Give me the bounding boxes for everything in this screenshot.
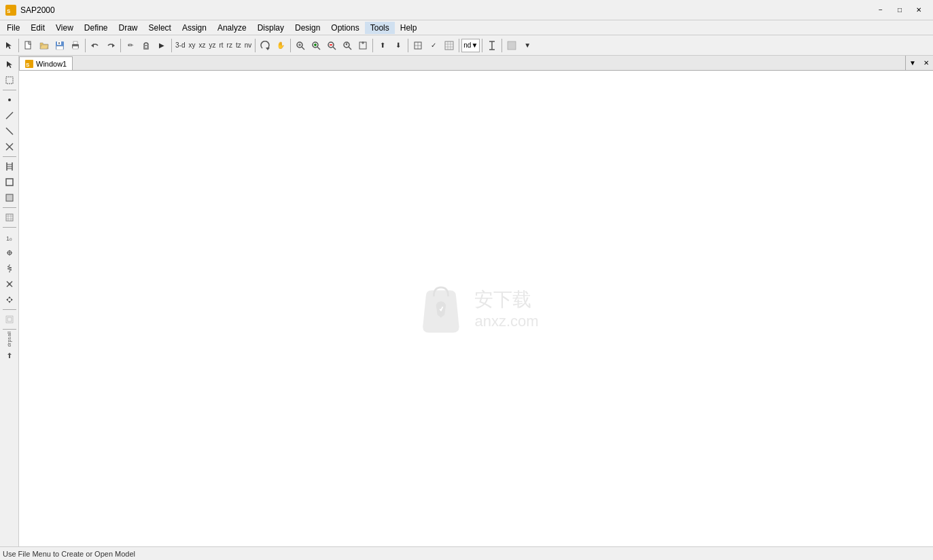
- sb-grid[interactable]: [2, 210, 17, 225]
- menu-analyze[interactable]: Analyze: [212, 22, 252, 34]
- tab-icon-window1: S: [25, 60, 33, 68]
- sb-cross[interactable]: [2, 139, 17, 154]
- svg-text:S: S: [7, 8, 11, 14]
- toolbar: ✏ ▶ 3-d xy xz yz rt rz tz nv ✋ ⬆ ⬇: [0, 35, 933, 56]
- svg-line-21: [317, 47, 320, 50]
- toolbar-ibeam[interactable]: [485, 38, 499, 53]
- toolbar-rz-label: rz: [226, 41, 234, 49]
- menu-edit[interactable]: Edit: [25, 22, 50, 34]
- sb-move[interactable]: [2, 292, 17, 307]
- menu-assign[interactable]: Assign: [177, 22, 212, 34]
- toolbar-open[interactable]: [37, 38, 52, 53]
- toolbar-rt-label: rt: [217, 41, 224, 49]
- menu-bar: File Edit View Define Draw Select Assign…: [0, 20, 933, 35]
- sb-sep-6: [3, 329, 16, 330]
- toolbar-zoom-prev[interactable]: [340, 38, 355, 53]
- svg-rect-73: [6, 316, 13, 323]
- sb-ps-label: ps: [7, 337, 12, 342]
- menu-select[interactable]: Select: [143, 22, 177, 34]
- menu-view[interactable]: View: [50, 22, 79, 34]
- tab-dropdown-btn[interactable]: ▼: [906, 56, 919, 69]
- toolbar-frame[interactable]: [410, 38, 425, 53]
- minimize-button[interactable]: −: [872, 3, 890, 17]
- sb-shell[interactable]: [2, 190, 17, 205]
- sb-arrow[interactable]: [2, 57, 17, 72]
- menu-draw[interactable]: Draw: [113, 22, 143, 34]
- sb-rect[interactable]: [2, 175, 17, 190]
- svg-point-68: [8, 283, 10, 285]
- toolbar-rotate[interactable]: [258, 38, 272, 53]
- toolbar-print[interactable]: [68, 38, 83, 53]
- tab-label-window1: Window1: [36, 60, 67, 68]
- toolbar-sep-5: [255, 39, 256, 52]
- toolbar-lock[interactable]: [139, 38, 154, 53]
- watermark-chinese: 安下载: [474, 287, 538, 313]
- sb-joint-x[interactable]: [2, 277, 17, 292]
- sb-diag-line[interactable]: [2, 124, 17, 139]
- menu-display[interactable]: Display: [252, 22, 289, 34]
- toolbar-grid[interactable]: [442, 38, 457, 53]
- sb-frame[interactable]: [2, 159, 17, 174]
- sap-icon: S: [5, 5, 16, 16]
- toolbar-redo[interactable]: [103, 38, 118, 53]
- toolbar-pencil[interactable]: ✏: [123, 38, 138, 53]
- sb-rubber-band[interactable]: [2, 73, 17, 88]
- toolbar-tz-label: tz: [234, 41, 243, 49]
- svg-marker-72: [11, 298, 13, 301]
- menu-design[interactable]: Design: [289, 22, 325, 34]
- toolbar-zoom-window[interactable]: [293, 38, 308, 53]
- toolbar-sep-9: [459, 39, 459, 52]
- toolbar-color[interactable]: [504, 38, 519, 53]
- toolbar-pan[interactable]: ✋: [273, 38, 288, 53]
- menu-define[interactable]: Define: [79, 22, 113, 34]
- svg-rect-74: [7, 317, 12, 321]
- tab-window1[interactable]: S Window1: [19, 56, 73, 70]
- toolbar-undo[interactable]: [88, 38, 103, 53]
- toolbar-run[interactable]: ▶: [154, 38, 169, 53]
- close-button[interactable]: ✕: [910, 3, 928, 17]
- menu-file[interactable]: File: [1, 22, 25, 34]
- toolbar-zoom-all[interactable]: [355, 38, 370, 53]
- sb-spring[interactable]: [2, 261, 17, 276]
- svg-rect-9: [73, 41, 77, 44]
- svg-rect-43: [508, 41, 516, 50]
- svg-marker-11: [91, 43, 94, 48]
- toolbar-down[interactable]: ⬇: [391, 38, 406, 53]
- toolbar-zoom-out[interactable]: [324, 38, 339, 53]
- toolbar-new[interactable]: [21, 38, 36, 53]
- sb-sep-1: [3, 90, 16, 90]
- toolbar-pointer[interactable]: [1, 38, 16, 53]
- toolbar-xy-label: xy: [187, 41, 196, 49]
- sb-drag-tool[interactable]: [2, 348, 17, 363]
- sb-line[interactable]: [2, 108, 17, 123]
- toolbar-sep-10: [482, 39, 482, 52]
- watermark-text-block: 安下载 anxz.com: [474, 287, 538, 330]
- svg-point-14: [145, 46, 147, 48]
- toolbar-sep-4: [171, 39, 172, 52]
- maximize-button[interactable]: □: [891, 3, 909, 17]
- toolbar-nd-dropdown[interactable]: nd ▼: [461, 39, 480, 52]
- menu-help[interactable]: Help: [395, 22, 423, 34]
- sb-joint-pattern[interactable]: 1₀: [2, 230, 17, 245]
- toolbar-sep-11: [501, 39, 502, 52]
- svg-rect-44: [6, 77, 13, 84]
- sb-add-joint[interactable]: [2, 245, 17, 260]
- toolbar-color-arrow[interactable]: ▼: [520, 38, 535, 53]
- svg-line-47: [6, 128, 13, 135]
- menu-options[interactable]: Options: [325, 22, 364, 34]
- sb-point[interactable]: [2, 92, 17, 107]
- menu-tools[interactable]: Tools: [365, 22, 395, 34]
- toolbar-xz-label: xz: [197, 41, 207, 49]
- toolbar-up[interactable]: ⬆: [375, 38, 390, 53]
- tab-bar: S Window1 ▼ ✕: [19, 56, 933, 71]
- svg-rect-7: [56, 46, 63, 50]
- title-bar-controls: − □ ✕: [872, 3, 928, 17]
- toolbar-zoom-in[interactable]: [309, 38, 323, 53]
- svg-marker-71: [6, 298, 8, 301]
- tab-close-btn[interactable]: ✕: [919, 56, 933, 69]
- toolbar-check[interactable]: ✓: [426, 38, 441, 53]
- svg-rect-56: [6, 194, 13, 201]
- toolbar-save[interactable]: [52, 38, 67, 53]
- sb-mesh[interactable]: [2, 312, 17, 327]
- sb-sep-5: [3, 309, 16, 310]
